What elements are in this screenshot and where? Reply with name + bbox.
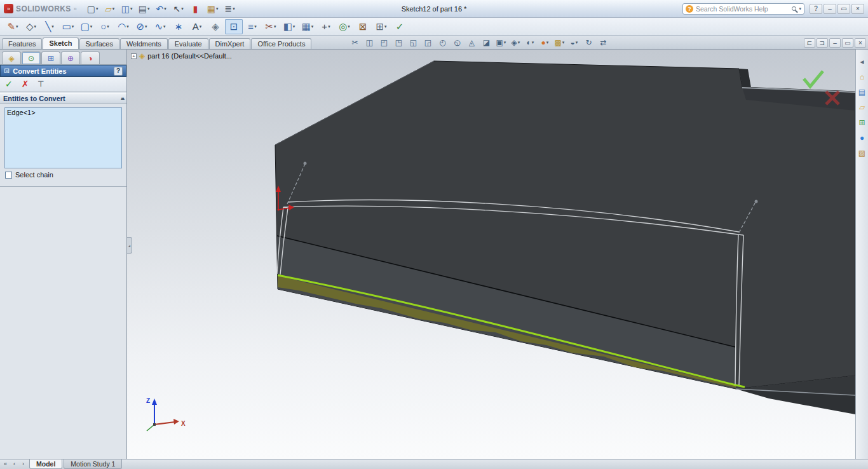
dimxpertmanager-tab-button[interactable]: ⊕ [61, 51, 80, 64]
design-library-button[interactable]: ▤ [857, 86, 868, 98]
view-isometric-button[interactable]: ◬ [465, 37, 478, 48]
part-tree-label[interactable]: part 16 (Default<<Default... [147, 52, 232, 60]
zoom-to-fit-button[interactable]: ◫ [362, 37, 376, 48]
new-document-caret-icon[interactable]: ▾ [96, 6, 98, 11]
circle-caret-icon[interactable]: ▾ [107, 24, 109, 29]
select-chain-checkbox[interactable] [5, 172, 12, 179]
tree-expand-icon[interactable]: + [131, 53, 137, 59]
options-caret-icon[interactable]: ▾ [216, 6, 219, 11]
tab-weldments[interactable]: Weldments [120, 38, 168, 49]
ellipse-button[interactable]: ⊘▾ [133, 19, 151, 34]
hide-show-annotations-button[interactable]: ✂ [348, 37, 362, 48]
view-settings-caret-icon[interactable]: ▾ [576, 40, 578, 45]
offset-entities-caret-icon[interactable]: ▾ [254, 24, 257, 29]
displaymanager-tab-button[interactable]: ◑ [81, 51, 100, 64]
help-button[interactable]: ? [114, 67, 123, 76]
convert-entities-button[interactable]: ⊡ [225, 19, 243, 34]
model-tab[interactable]: Model [29, 459, 62, 469]
quick-snaps-caret-icon[interactable]: ▾ [384, 24, 387, 29]
view-front-button[interactable]: ◰ [377, 37, 391, 48]
linear-sketch-pattern-caret-icon[interactable]: ▾ [311, 24, 314, 29]
text-button[interactable]: A▾ [188, 19, 206, 34]
appearances-scenes-button[interactable]: ● [857, 132, 868, 144]
tab-office-products[interactable]: Office Products [251, 38, 311, 49]
tab-surfaces[interactable]: Surfaces [79, 38, 119, 49]
hide-show-items-button[interactable]: ◐▾ [523, 37, 537, 48]
view-orientation-button[interactable]: ▣▾ [494, 37, 508, 48]
display-style-caret-icon[interactable]: ▾ [518, 40, 520, 45]
options-button[interactable]: ▦▾ [205, 2, 221, 16]
centerpoint-arc-button[interactable]: ◠▾ [114, 19, 132, 34]
edit-appearance-caret-icon[interactable]: ▾ [546, 40, 549, 45]
ok-button[interactable]: ✓ [5, 79, 13, 89]
apply-scene-caret-icon[interactable]: ▾ [562, 40, 565, 45]
section-view-button[interactable]: ◪ [479, 37, 493, 48]
doc-restore-button[interactable]: ▭ [842, 38, 853, 48]
quick-snaps-button[interactable]: ⊞▾ [372, 19, 390, 34]
motion-study-tab[interactable]: Motion Study 1 [64, 459, 122, 469]
minimize-button[interactable]: – [824, 4, 836, 14]
point-button[interactable]: ∗ [170, 19, 187, 34]
tab-features[interactable]: Features [2, 38, 42, 49]
rapid-sketch-button[interactable]: ✓ [391, 19, 409, 34]
tab-evaluate[interactable]: Evaluate [168, 38, 208, 49]
spline-caret-icon[interactable]: ▾ [163, 24, 166, 29]
configurationmanager-tab-button[interactable]: ⊞ [41, 51, 60, 64]
tab-scroll-first-button[interactable]: « [1, 460, 10, 468]
featuremanager-tab-button[interactable]: ◈ [2, 51, 21, 64]
sketch-caret-icon[interactable]: ▾ [16, 24, 18, 29]
view-orientation-caret-icon[interactable]: ▾ [504, 40, 506, 45]
display-style-button[interactable]: ◈▾ [508, 37, 522, 48]
viewport-split-right-button[interactable]: ⊐ [817, 38, 828, 48]
search-box[interactable]: ? Search SolidWorks Help ▾ [682, 3, 804, 15]
corner-rectangle-caret-icon[interactable]: ▾ [72, 24, 74, 29]
graphics-area[interactable]: Z X + ◈ part 16 (Default<<Default... [127, 50, 855, 459]
sketch-button[interactable]: ✎▾ [4, 19, 22, 34]
view-right-button[interactable]: ◲ [421, 37, 435, 48]
plane-button[interactable]: ◈ [207, 19, 224, 34]
ellipse-caret-icon[interactable]: ▾ [145, 24, 147, 29]
rebuild-button[interactable]: ▮ [187, 2, 204, 16]
move-entities-caret-icon[interactable]: ▾ [328, 24, 330, 29]
mirror-entities-button[interactable]: ◧▾ [280, 19, 298, 34]
menu-flyout-chevron-icon[interactable]: » [74, 6, 77, 12]
new-document-button[interactable]: ▢▾ [85, 2, 101, 16]
doc-minimize-button[interactable]: – [829, 38, 841, 48]
entities-selection-list[interactable]: Edge<1> [4, 107, 122, 168]
display-delete-relations-caret-icon[interactable]: ▾ [348, 24, 350, 29]
tab-scroll-prev-button[interactable]: ‹ [10, 460, 18, 468]
display-delete-relations-button[interactable]: ◎▾ [336, 19, 353, 34]
file-explorer-button[interactable]: ▱ [857, 102, 868, 113]
print-button[interactable]: ▤▾ [136, 2, 153, 16]
edit-appearance-button[interactable]: ●▾ [538, 37, 552, 48]
undo-button[interactable]: ↶▾ [153, 2, 170, 16]
pan-button[interactable]: ⇄ [596, 37, 610, 48]
feature-tree-flyout[interactable]: + ◈ part 16 (Default<<Default... [131, 52, 232, 60]
move-entities-button[interactable]: +▾ [317, 19, 335, 34]
select-caret-icon[interactable]: ▾ [181, 6, 184, 11]
line-caret-icon[interactable]: ▾ [51, 24, 54, 29]
mirror-entities-caret-icon[interactable]: ▾ [293, 24, 295, 29]
restore-button[interactable]: ▭ [837, 4, 850, 14]
tab-scroll-next-button[interactable]: › [19, 460, 27, 468]
view-palette-button[interactable]: ⊞ [857, 117, 868, 128]
spline-button[interactable]: ∿▾ [151, 19, 169, 34]
tab-dimxpert[interactable]: DimXpert [209, 38, 251, 49]
solidworks-resources-button[interactable]: ⌂ [857, 71, 868, 83]
tab-sketch[interactable]: Sketch [43, 37, 78, 49]
collapse-chevron-icon[interactable]: ▴▴ [121, 95, 123, 101]
open-caret-icon[interactable]: ▾ [112, 6, 115, 11]
view-settings-button[interactable]: ◒▾ [567, 37, 581, 48]
entities-to-convert-group-header[interactable]: Entities to Convert ▴▴ [0, 93, 126, 104]
view-left-button[interactable]: ◱ [406, 37, 420, 48]
panel-collapse-handle[interactable]: ◂ [127, 237, 132, 254]
help-button[interactable]: ? [810, 4, 822, 14]
straight-slot-caret-icon[interactable]: ▾ [90, 24, 93, 29]
close-button[interactable]: × [851, 4, 864, 14]
view-bottom-button[interactable]: ◵ [450, 37, 464, 48]
offset-entities-button[interactable]: ≡▾ [243, 19, 261, 34]
file-properties-button[interactable]: ≣▾ [222, 2, 238, 16]
open-button[interactable]: ▱▾ [102, 2, 118, 16]
save-button[interactable]: ◫▾ [119, 2, 135, 16]
line-button[interactable]: ╲▾ [41, 19, 58, 34]
